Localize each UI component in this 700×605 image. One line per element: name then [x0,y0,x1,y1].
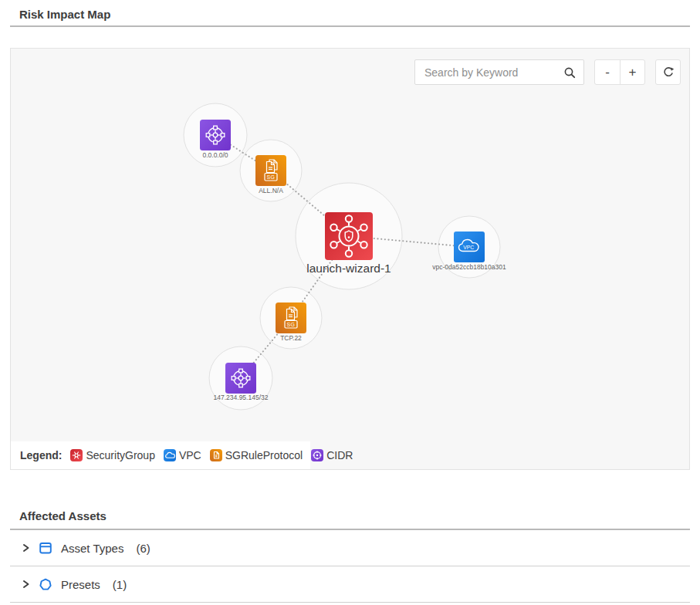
search-icon[interactable] [563,66,577,79]
node-label: 0.0.0.0/0 [202,151,228,159]
search-input[interactable] [415,60,583,84]
vpc-legend-icon [164,449,176,461]
sgrule-protocol-icon [276,302,306,333]
refresh-button[interactable] [655,59,681,85]
presets-icon [39,577,52,591]
page-header: Risk Impact Map [10,0,690,22]
refresh-icon [662,66,675,79]
risk-impact-map-panel: SG [10,48,690,470]
asset-row-asset-types[interactable]: Asset Types (6) [10,530,690,566]
search-box [414,59,584,85]
graph-node-sgrule-all[interactable]: ALL.N/A [255,155,286,194]
legend-bar: Legend: SecurityGroup [11,441,310,469]
risk-impact-graph: SG [11,49,689,469]
node-label: TCP.22 [280,334,302,342]
zoom-in-button[interactable]: + [620,60,644,84]
cidr-icon [225,363,256,394]
chevron-right-icon [22,543,30,553]
legend-item-securitygroup: SecurityGroup [70,449,154,461]
legend-item-sgruleprotocol: SGRuleProtocol [210,449,303,461]
header-divider [10,25,690,27]
cidr-icon [200,120,231,150]
affected-assets-title: Affected Assets [10,509,690,524]
legend-label: SecurityGroup [86,449,154,461]
page: Risk Impact Map [0,0,700,603]
asset-row-label: Asset Types [61,542,123,555]
asset-types-icon [39,541,52,555]
node-label: 147.234.95.145/32 [214,394,269,401]
affected-assets-section: Affected Assets Asset Types (6) [10,509,690,603]
legend-label: SGRuleProtocol [225,449,303,461]
node-label: vpc-0da52ccb18b10a301 [432,263,506,271]
zoom-out-button[interactable]: - [595,60,620,84]
asset-row-label: Presets [61,578,100,591]
legend-label: VPC [179,449,201,461]
cidr-legend-icon [311,449,323,461]
legend-title: Legend: [20,449,62,461]
node-label: ALL.N/A [259,187,283,194]
chevron-right-icon [22,580,30,589]
asset-row-count: (6) [136,542,150,555]
legend-item-cidr: CIDR [311,449,353,461]
legend-label: CIDR [326,449,353,461]
sgrule-protocol-legend-icon [210,449,222,461]
asset-row-presets[interactable]: Presets (1) [10,566,690,603]
page-title: Risk Impact Map [19,8,681,22]
node-label: launch-wizard-1 [306,262,391,275]
security-group-legend-icon [70,449,83,461]
graph-node-cidr-any[interactable]: 0.0.0.0/0 [200,120,231,159]
asset-row-count: (1) [113,578,127,591]
vpc-icon [454,232,485,262]
map-toolbar: - + [414,59,681,85]
security-group-icon [325,212,373,260]
sgrule-protocol-icon [255,155,286,186]
zoom-control-group: - + [594,59,645,85]
legend-item-vpc: VPC [164,449,201,461]
